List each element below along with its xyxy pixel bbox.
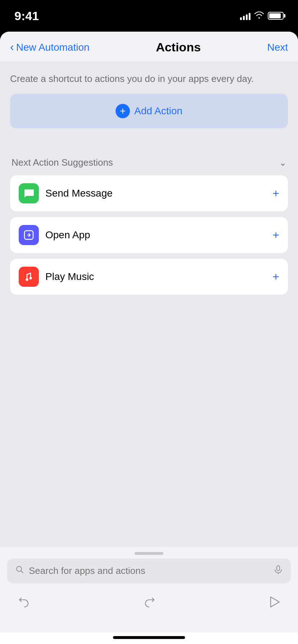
suggestion-left: Send Message bbox=[19, 183, 113, 203]
battery-icon bbox=[268, 12, 284, 20]
mic-icon[interactable] bbox=[274, 565, 283, 577]
page-title: Actions bbox=[156, 40, 201, 54]
svg-rect-4 bbox=[277, 566, 280, 571]
search-bar-container bbox=[0, 558, 298, 589]
back-label: New Automation bbox=[16, 42, 90, 53]
chevron-down-icon[interactable]: ⌄ bbox=[279, 158, 286, 168]
signal-bars-icon bbox=[240, 12, 250, 20]
add-action-label: Add Action bbox=[134, 105, 182, 117]
search-icon bbox=[15, 565, 24, 577]
toolbar bbox=[0, 589, 298, 632]
suggestions-title: Next Action Suggestions bbox=[12, 157, 113, 168]
add-action-icon: + bbox=[116, 104, 130, 118]
status-time: 9:41 bbox=[14, 9, 39, 23]
suggestions-header: Next Action Suggestions ⌄ bbox=[10, 157, 288, 168]
home-indicator-container bbox=[0, 632, 298, 644]
suggestion-play-music[interactable]: Play Music + bbox=[10, 259, 288, 295]
content-area: Create a shortcut to actions you do in y… bbox=[0, 61, 298, 157]
nav-bar: ‹ New Automation Actions Next bbox=[0, 32, 298, 61]
svg-point-1 bbox=[26, 279, 28, 281]
music-icon bbox=[19, 267, 39, 287]
play-button[interactable] bbox=[266, 593, 284, 615]
back-button[interactable]: ‹ New Automation bbox=[10, 41, 90, 54]
status-bar: 9:41 bbox=[0, 0, 298, 32]
drag-handle bbox=[0, 547, 298, 558]
suggestion-left: Play Music bbox=[19, 267, 94, 287]
open-app-label: Open App bbox=[45, 229, 90, 241]
add-action-button[interactable]: + Add Action bbox=[10, 94, 288, 128]
send-message-label: Send Message bbox=[45, 188, 113, 199]
drag-handle-bar bbox=[135, 552, 163, 555]
suggestions-section: Next Action Suggestions ⌄ Send Message + bbox=[0, 157, 298, 295]
suggestion-left: Open App bbox=[19, 225, 90, 245]
wifi-icon bbox=[254, 11, 264, 21]
open-app-add-icon[interactable]: + bbox=[272, 229, 279, 242]
messages-icon bbox=[19, 183, 39, 203]
undo-button[interactable] bbox=[14, 593, 33, 615]
status-icons bbox=[240, 11, 284, 21]
play-music-label: Play Music bbox=[45, 271, 94, 282]
chevron-left-icon: ‹ bbox=[10, 40, 14, 54]
next-button[interactable]: Next bbox=[267, 42, 288, 53]
suggestion-open-app[interactable]: Open App + bbox=[10, 217, 288, 253]
redo-button[interactable] bbox=[140, 593, 159, 615]
suggestion-send-message[interactable]: Send Message + bbox=[10, 175, 288, 211]
play-music-add-icon[interactable]: + bbox=[272, 270, 279, 284]
bottom-area bbox=[0, 547, 298, 644]
subtitle-text: Create a shortcut to actions you do in y… bbox=[10, 72, 288, 85]
home-indicator bbox=[113, 636, 185, 639]
svg-point-2 bbox=[30, 277, 32, 280]
search-input[interactable] bbox=[29, 565, 269, 576]
send-message-add-icon[interactable]: + bbox=[272, 187, 279, 200]
open-app-icon bbox=[19, 225, 39, 245]
search-bar[interactable] bbox=[7, 558, 291, 583]
